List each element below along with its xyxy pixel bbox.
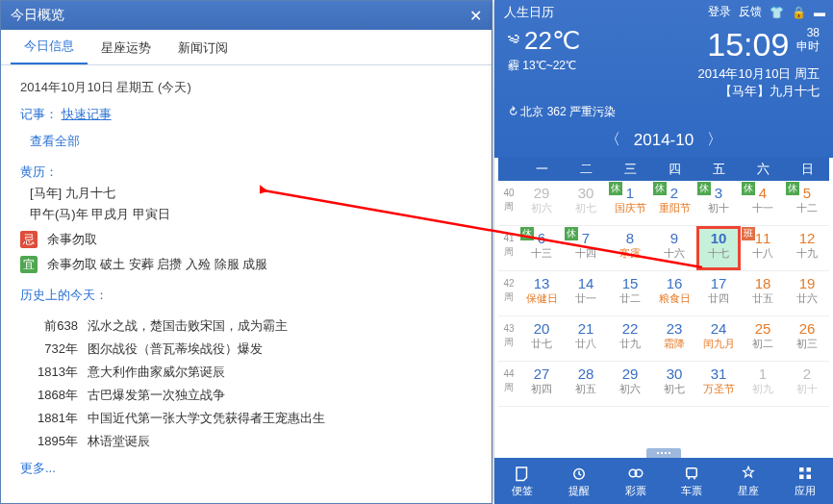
tab-horoscope[interactable]: 星座运势 — [88, 32, 164, 64]
day-cell[interactable]: 23霜降 — [652, 316, 696, 361]
note-label: 记事： — [20, 107, 58, 121]
month-nav: 〈 2014-10 〉 — [494, 124, 833, 156]
quick-note-link[interactable]: 快速记事 — [62, 107, 112, 121]
history-year: 732年 — [20, 339, 88, 360]
drag-handle[interactable] — [646, 448, 681, 458]
day-cell[interactable]: 19廿六 — [785, 271, 829, 315]
day-cell[interactable]: 18廿五 — [741, 271, 785, 315]
day-sub: 闰九月 — [696, 337, 741, 350]
day-number: 17 — [696, 275, 741, 291]
close-icon[interactable]: ✕ — [469, 7, 482, 25]
day-cell[interactable]: 22廿九 — [608, 316, 652, 361]
aqi-line[interactable]: ↻ 北京 362 严重污染 — [494, 100, 833, 124]
day-number: 20 — [519, 320, 564, 337]
history-text: 中国近代第一张大学文凭获得者王宠惠出生 — [88, 408, 472, 429]
day-cell[interactable]: 休1国庆节 — [608, 181, 652, 225]
day-cell[interactable]: 班11十八 — [741, 226, 785, 270]
clock-sec: 38申时 — [796, 26, 820, 53]
tool-note[interactable]: 便签 — [494, 458, 551, 504]
day-cell[interactable]: 27初四 — [519, 362, 564, 406]
day-cell[interactable]: 25初二 — [741, 316, 785, 361]
day-cell[interactable]: 16粮食日 — [652, 271, 696, 315]
tool-label: 星座 — [738, 484, 759, 498]
day-sub: 万圣节 — [696, 382, 741, 395]
view-all-link[interactable]: 查看全部 — [30, 131, 472, 152]
day-cell[interactable]: 31万圣节 — [696, 362, 741, 406]
history-label: 历史上的今天： — [20, 285, 472, 306]
day-cell[interactable]: 休7十四 — [564, 226, 608, 270]
svg-rect-7 — [806, 467, 811, 472]
day-sub: 粮食日 — [652, 291, 696, 305]
next-month-button[interactable]: 〉 — [694, 130, 736, 150]
day-cell[interactable]: 8寒露 — [608, 226, 652, 270]
day-cell[interactable]: 休3初十 — [696, 181, 741, 225]
svg-rect-9 — [806, 474, 811, 479]
prev-month-button[interactable]: 〈 — [592, 130, 634, 150]
holiday-badge: 班 — [742, 227, 755, 240]
tab-today[interactable]: 今日信息 — [11, 30, 88, 64]
day-cell[interactable]: 29初六 — [519, 181, 564, 225]
tool-lottery[interactable]: 彩票 — [607, 458, 664, 504]
day-cell[interactable]: 休4十一 — [741, 181, 785, 225]
day-number: 10 — [696, 230, 741, 246]
day-number: 21 — [564, 320, 608, 337]
day-cell[interactable]: 17廿四 — [696, 271, 741, 315]
day-cell[interactable]: 29初六 — [608, 362, 652, 406]
day-cell[interactable]: 休5十二 — [785, 181, 829, 225]
day-number: 24 — [696, 320, 741, 337]
day-cell[interactable]: 30初七 — [652, 362, 696, 406]
overview-title: 今日概览 — [11, 7, 469, 24]
day-cell[interactable]: 21廿八 — [564, 316, 608, 361]
day-cell[interactable]: 26初三 — [785, 316, 829, 361]
tool-bus[interactable]: 车票 — [664, 458, 720, 504]
day-cell[interactable]: 1初九 — [741, 362, 785, 406]
day-sub: 廿一 — [564, 291, 608, 305]
tool-star[interactable]: 星座 — [720, 458, 777, 504]
holiday-badge: 休 — [609, 182, 622, 195]
day-cell[interactable]: 15廿二 — [608, 271, 652, 315]
feedback-link[interactable]: 反馈 — [739, 4, 762, 20]
svg-rect-8 — [799, 474, 804, 479]
login-link[interactable]: 登录 — [708, 4, 731, 20]
history-row: 1881年中国近代第一张大学文凭获得者王宠惠出生 — [20, 408, 472, 429]
day-sub: 十三 — [519, 246, 564, 260]
skin-icon[interactable]: 👕 — [770, 6, 784, 19]
holiday-badge: 休 — [786, 182, 799, 195]
day-cell[interactable]: 13保健日 — [519, 271, 564, 315]
calendar-grid: 一 二 三 四 五 六 日 40周29初六30初七休1国庆节休2重阳节休3初十休… — [494, 158, 833, 407]
tool-apps[interactable]: 应用 — [776, 458, 833, 504]
day-cell[interactable]: 休2重阳节 — [652, 181, 696, 225]
day-cell[interactable]: 12十九 — [785, 226, 829, 270]
tool-alarm[interactable]: 提醒 — [551, 458, 608, 504]
yi-badge: 宜 — [20, 256, 38, 273]
day-number: 19 — [785, 275, 829, 291]
day-cell[interactable]: 30初七 — [564, 181, 608, 225]
day-sub: 初三 — [785, 337, 829, 350]
day-cell[interactable]: 24闰九月 — [696, 316, 741, 361]
day-cell[interactable]: 10十七 — [696, 226, 741, 270]
app-brand: 人生日历 — [504, 4, 554, 21]
day-cell[interactable]: 2初十 — [785, 362, 829, 406]
day-sub: 初四 — [519, 382, 564, 395]
day-cell[interactable]: 28初五 — [564, 362, 608, 406]
day-cell[interactable]: 9十六 — [652, 226, 696, 270]
weather-block[interactable]: ༄ 22℃ 霾 13℃~22℃ — [508, 26, 698, 83]
lunar-line1: [马年] 九月十七 — [30, 183, 472, 204]
day-sub: 十一 — [741, 201, 785, 214]
header-date: 2014年10月10日 周五 — [698, 65, 820, 83]
minimize-icon[interactable]: ▬ — [814, 6, 825, 19]
tab-news[interactable]: 新闻订阅 — [164, 32, 241, 64]
month-label[interactable]: 2014-10 — [634, 131, 694, 150]
day-cell[interactable]: 14廿一 — [564, 271, 608, 315]
overview-titlebar: 今日概览 ✕ — [1, 1, 492, 30]
day-cell[interactable]: 20廿七 — [519, 316, 564, 361]
day-cell[interactable]: 休6十三 — [519, 226, 564, 270]
day-sub: 十八 — [741, 246, 785, 260]
refresh-icon[interactable]: ↻ — [505, 103, 521, 119]
widget-header: 人生日历 登录 反馈 👕 🔒 ▬ ༄ 22℃ 霾 13℃~22℃ — [494, 0, 833, 158]
history-more-link[interactable]: 更多... — [20, 458, 56, 479]
holiday-badge: 休 — [565, 227, 578, 240]
clock-time: 15:09 — [707, 26, 789, 63]
bus-icon — [683, 465, 700, 482]
lock-icon[interactable]: 🔒 — [792, 6, 806, 19]
